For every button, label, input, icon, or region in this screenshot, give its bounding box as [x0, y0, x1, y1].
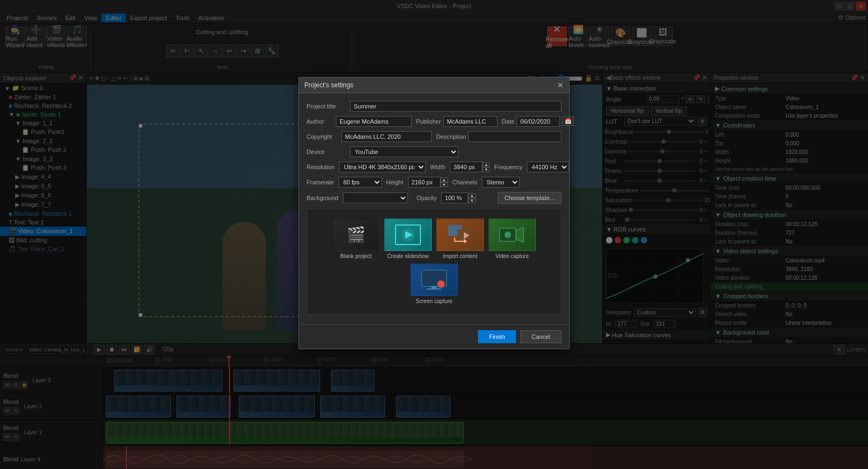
remove-all-button[interactable]: ✕ Remove all [547, 27, 567, 46]
clip-2e[interactable] [396, 396, 450, 417]
out-value-input[interactable] [654, 320, 675, 328]
copyright-input[interactable] [341, 131, 432, 142]
temperature-slider[interactable] [640, 190, 710, 191]
clip-3c[interactable] [331, 370, 374, 391]
tree-item-image5[interactable]: ▶ Image: 5_5 [0, 182, 86, 191]
tree-item-zahler1[interactable]: ■ Zähler: Zähler 1 [0, 93, 86, 101]
video-settings-header[interactable]: ▼ Video object settings [711, 246, 868, 256]
frequency-select[interactable]: 44100 Hz [527, 162, 569, 172]
video-effects-button[interactable]: 🎬 Video effects [47, 27, 66, 46]
angle-input[interactable] [647, 95, 679, 103]
tree-item-rechteck2[interactable]: ■ Rechteck: Rechteck 2 [0, 101, 86, 110]
templates-select[interactable]: Custom [634, 309, 696, 317]
template-blank-project[interactable]: 🎬 Blank project [332, 219, 380, 259]
rgb-curves-toggle[interactable]: ▼ RGB curves [603, 224, 710, 235]
green-slider[interactable] [625, 170, 695, 172]
background-color-header[interactable]: ▼ Background color [711, 327, 868, 338]
tl-rewind-btn[interactable]: ⏮ [119, 345, 130, 355]
object-creation-time-header[interactable]: ▼ Object creation time [711, 174, 868, 184]
track3-solo[interactable]: S [12, 381, 20, 389]
track1-mute[interactable]: M [3, 433, 11, 441]
cyan-channel-dot[interactable] [632, 237, 639, 243]
tl-layers-btn[interactable]: ≡ [834, 345, 845, 355]
tool-undo[interactable]: ↩ [223, 44, 236, 57]
menu-export[interactable]: Export project [126, 14, 171, 22]
tool-cut[interactable]: ✂ [167, 44, 180, 57]
clip-3b[interactable] [233, 370, 320, 391]
rgb-curve-canvas[interactable]: 128 [606, 249, 704, 303]
dialog-close-button[interactable]: ✕ [557, 81, 564, 89]
track1-solo[interactable]: S [12, 433, 20, 441]
clip-2b[interactable] [176, 396, 231, 417]
add-object-button[interactable]: ➕ Add object [26, 27, 46, 46]
tree-item-push1[interactable]: 📋 Push: Push1 [0, 127, 86, 137]
tree-item-bild-cutting[interactable]: 🖼 Bild: cutting [0, 236, 86, 245]
tree-item-push3[interactable]: 📋 Push: Push 3 [0, 163, 86, 172]
device-select[interactable]: YouTube [350, 146, 458, 157]
angle-cw-button[interactable]: ↻ [697, 95, 705, 103]
menu-edit[interactable]: Edit [61, 14, 80, 22]
blur-slider[interactable] [625, 219, 695, 221]
background-select[interactable] [343, 192, 408, 203]
tree-item-push2[interactable]: 📋 Push: Push 2 [0, 145, 86, 155]
blur-reset[interactable]: ↩ [704, 216, 708, 223]
opacity-down[interactable]: ▼ [468, 198, 476, 203]
finish-button[interactable]: Finish [478, 330, 515, 343]
basic-correction-toggle[interactable]: ▼ Basic correction [603, 83, 710, 94]
tree-item-scene0[interactable]: ▼ 📁 Scene 0 [0, 83, 86, 93]
tool-split[interactable]: ⊢ [181, 44, 194, 57]
menu-editor[interactable]: Editor [101, 14, 126, 22]
run-wizard-button[interactable]: 🧙 Run Wizard [5, 27, 25, 46]
audio-effects-button[interactable]: 🎵 Audio effects+ [67, 27, 87, 46]
tree-item-sprite1[interactable]: ▼ ■ Sprite: Sprite 1 [0, 110, 86, 119]
grayscale2-button[interactable]: ⬜ Grayscale [632, 27, 652, 46]
track3-mute[interactable]: M [3, 381, 11, 389]
tl-play-btn[interactable]: ▶ [94, 345, 105, 355]
resolution-select[interactable]: Ultra HD 4K 3840x2160 pixels (16 [339, 162, 426, 172]
publisher-input[interactable] [443, 116, 497, 127]
horizontal-flip-button[interactable]: Horizontal flip [606, 106, 649, 115]
opacity-input[interactable] [441, 192, 468, 203]
tool-magnet[interactable]: 🔧 [265, 44, 278, 57]
template-import-content[interactable]: Import content [436, 219, 484, 259]
grayscale3-button[interactable]: 🖼 Grayscale [653, 27, 673, 46]
clip-3a[interactable] [114, 370, 222, 391]
cropped-borders-header[interactable]: ▼ Cropped borders [711, 291, 868, 301]
gamma-reset[interactable]: ↩ [704, 147, 708, 155]
tree-item-video-colosseum[interactable]: 🎬 Video: Colosseum_1 [0, 227, 86, 236]
blue-slider[interactable] [625, 180, 695, 182]
width-input[interactable] [450, 162, 482, 172]
contrast-slider[interactable] [629, 141, 699, 143]
template-screen-capture[interactable]: Screen capture [410, 264, 458, 304]
description-input[interactable] [468, 131, 561, 142]
tl-loop-btn[interactable]: 🔁 [131, 345, 142, 355]
height-down[interactable]: ▼ [441, 182, 448, 187]
green-reset[interactable]: ↩ [704, 167, 708, 175]
tl-stop-btn[interactable]: ⏹ [106, 345, 117, 355]
in-value-input[interactable] [615, 320, 637, 328]
templates-settings-button[interactable]: ⚙ [698, 308, 707, 317]
sharpen-slider[interactable] [629, 209, 699, 211]
red-reset[interactable]: ↩ [704, 157, 708, 165]
menu-projects[interactable]: Projects [2, 14, 33, 22]
sharpen-reset[interactable]: ↩ [704, 206, 708, 214]
contrast-reset[interactable]: ↩ [704, 138, 708, 145]
tree-item-image1[interactable]: ▼ Image: 1_1 [0, 119, 86, 127]
white-channel-dot[interactable] [606, 237, 612, 243]
project-title-input[interactable] [350, 101, 561, 112]
clip-2d[interactable] [320, 396, 385, 417]
author-input[interactable] [336, 116, 412, 127]
settings-icon[interactable]: ⚙ [595, 75, 600, 82]
red-channel-dot[interactable] [615, 237, 621, 243]
red-slider[interactable] [625, 160, 695, 162]
tree-item-image6[interactable]: ▶ Image: 6_6 [0, 191, 86, 200]
menu-scenes[interactable]: Scenes [33, 14, 61, 22]
width-up[interactable]: ▲ [482, 162, 490, 167]
maximize-button[interactable]: □ [845, 2, 855, 10]
tool-redo[interactable]: ↪ [237, 44, 250, 57]
tree-item-image4[interactable]: ▶ Image: 4_4 [0, 172, 86, 182]
auto-contrast-button[interactable]: ☀ Auto contrast [590, 27, 609, 46]
close-button[interactable]: ✕ [856, 2, 866, 10]
tool-grid[interactable]: ⊞ [251, 44, 264, 57]
date-picker-button[interactable]: 📅 [562, 117, 574, 126]
